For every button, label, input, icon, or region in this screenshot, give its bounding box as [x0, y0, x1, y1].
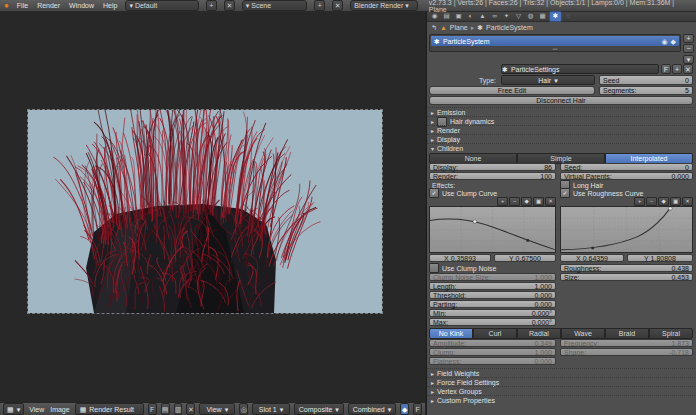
tab-object-icon[interactable]: ▲	[477, 12, 488, 21]
clipping-icon[interactable]: ▣	[670, 197, 681, 206]
selected-curve-point[interactable]	[473, 220, 477, 224]
tab-render-icon[interactable]: ◉	[429, 12, 440, 21]
clump-field[interactable]: Clump: 1.000	[429, 348, 556, 356]
zoom-in-icon[interactable]: +	[497, 197, 508, 206]
tab-texture-icon[interactable]: ▦	[537, 12, 548, 21]
fake-user-button[interactable]: F	[661, 64, 671, 74]
add-scene-button[interactable]: +	[314, 0, 325, 11]
menu-image[interactable]: Image	[49, 406, 70, 413]
menu-render[interactable]: Render	[36, 2, 61, 9]
curve-point[interactable]	[526, 239, 529, 242]
frequency-field[interactable]: Frequency: 1.873	[560, 339, 693, 347]
tab-modifiers-icon[interactable]: ✦	[501, 12, 512, 21]
length-field[interactable]: Length: 1.000	[429, 282, 556, 290]
blender-logo-icon[interactable]: ●	[4, 2, 9, 10]
clump-curve-y-field[interactable]: Y 0.67500	[494, 254, 556, 262]
tools-icon[interactable]: ◆	[658, 197, 669, 206]
pin-icon[interactable]: ◎	[239, 403, 248, 415]
menu-window[interactable]: Window	[68, 2, 95, 9]
kink-tab-wave[interactable]: Wave	[561, 328, 605, 339]
roughness-curve-widget[interactable]	[560, 206, 693, 253]
tab-material-icon[interactable]: ◍	[525, 12, 536, 21]
tab-world-icon[interactable]: ◐	[465, 12, 476, 21]
list-resize-grip[interactable]: ▬	[430, 46, 680, 51]
use-clump-noise-checkbox-row[interactable]: Use Clump Noise	[429, 264, 556, 272]
render-pass-selector[interactable]: Combined ▾	[348, 403, 396, 415]
unlink-settings-button[interactable]: ✕	[683, 64, 693, 74]
zoom-in-icon[interactable]: +	[634, 197, 645, 206]
scene-selector[interactable]: ▾ Scene	[242, 0, 308, 11]
tab-render-layers-icon[interactable]: ▤	[441, 12, 452, 21]
kink-tab-no-kink[interactable]: No Kink	[429, 328, 473, 339]
new-image-button[interactable]: ▤	[161, 403, 170, 415]
use-clump-noise-checkbox[interactable]	[429, 263, 439, 273]
flatness-field[interactable]: Flatness: 0.000	[429, 357, 556, 365]
tab-particles-icon[interactable]: ✱	[549, 11, 562, 22]
tab-data-icon[interactable]: ▽	[513, 12, 524, 21]
clump-curve-widget[interactable]	[429, 206, 556, 253]
menu-file[interactable]: File	[16, 2, 29, 9]
editor-mode-selector[interactable]: View ▾	[199, 403, 235, 415]
roughness-curve-y-field[interactable]: Y 1.80808	[627, 254, 693, 262]
color-management-toggle[interactable]: ◆	[400, 403, 409, 415]
parting-max-field[interactable]: Max: 0.000°	[429, 318, 556, 326]
amplitude-field[interactable]: Amplitude: 0.349	[429, 339, 556, 347]
threshold-field[interactable]: Threshold: 0.000	[429, 291, 556, 299]
children-seed-field[interactable]: Seed: 0	[560, 163, 693, 171]
delete-layout-button[interactable]: ✕	[224, 0, 235, 11]
particle-system-list[interactable]: ✱ ParticleSystem ◉ ◆ ▬	[429, 34, 681, 52]
add-layout-button[interactable]: +	[206, 0, 217, 11]
kink-tab-braid[interactable]: Braid	[605, 328, 649, 339]
tools-icon[interactable]: ◆	[521, 197, 532, 206]
delete-scene-button[interactable]: ✕	[332, 0, 343, 11]
delete-point-icon[interactable]: ✕	[545, 197, 556, 206]
seed-field[interactable]: Seed 0	[599, 75, 693, 85]
parting-min-field[interactable]: Min: 0.000°	[429, 309, 556, 317]
free-edit-button[interactable]: Free Edit	[429, 86, 595, 95]
specials-menu-button[interactable]: ▾	[683, 55, 694, 64]
menu-help[interactable]: Help	[102, 2, 118, 9]
render-layer-selector[interactable]: Composite ▾	[294, 403, 344, 415]
use-roughness-curve-checkbox[interactable]: ✓	[560, 188, 570, 198]
selected-curve-point[interactable]	[668, 207, 672, 210]
tab-physics-icon[interactable]: ◌	[563, 12, 574, 21]
virtual-parents-field[interactable]: Virtual Parents: 0.000	[560, 172, 693, 180]
use-clump-curve-checkbox-row[interactable]: ✓ Use Clump Curve	[429, 189, 556, 197]
long-hair-checkbox-row[interactable]: Long Hair	[560, 181, 693, 189]
type-dropdown[interactable]: Hair ▾	[501, 75, 595, 85]
delete-point-icon[interactable]: ✕	[682, 197, 693, 206]
disconnect-hair-button[interactable]: Disconnect Hair	[429, 96, 693, 105]
open-image-button[interactable]: ▥	[174, 403, 183, 415]
panel-custom-properties[interactable]: ▸Custom Properties	[427, 395, 696, 405]
editor-type-selector[interactable]: ▦ ▾	[3, 403, 24, 415]
children-render-field[interactable]: Render: 100	[429, 172, 556, 180]
use-roughness-curve-checkbox-row[interactable]: ✓ Use Roughness Curve	[560, 189, 693, 197]
size-field[interactable]: Size: 0.453	[560, 273, 693, 281]
screen-layout-selector[interactable]: ▾ Default	[125, 0, 199, 11]
fake-user-button[interactable]: F	[148, 403, 157, 415]
segments-field[interactable]: Segments: 5	[599, 86, 693, 95]
children-display-field[interactable]: Display: 86	[429, 163, 556, 171]
remove-particle-system-button[interactable]: −	[683, 44, 694, 53]
panel-children[interactable]: ▾Children	[427, 143, 696, 153]
kink-tab-spiral[interactable]: Spiral	[649, 328, 693, 339]
clump-curve-x-field[interactable]: X 0.35893	[429, 254, 491, 262]
roughness-curve-x-field[interactable]: X 0.64359	[560, 254, 624, 262]
clump-noise-size-field[interactable]: Clump Noise Size: 1.000	[429, 273, 556, 281]
unlink-image-button[interactable]: ✕	[186, 403, 195, 415]
menu-view[interactable]: View	[28, 406, 45, 413]
shape-field[interactable]: Shape: -0.718	[560, 348, 693, 356]
new-settings-button[interactable]: +	[672, 64, 682, 74]
image-datablock-selector[interactable]: ▦ Render Result	[75, 403, 144, 415]
roughness-field[interactable]: Roughness: 0.438	[560, 264, 693, 272]
zoom-out-icon[interactable]: −	[646, 197, 657, 206]
use-clump-curve-checkbox[interactable]: ✓	[429, 188, 439, 198]
settings-datablock-selector[interactable]: ✱ ParticleSettings	[501, 64, 659, 74]
eye-icon[interactable]: ◉	[662, 38, 668, 45]
tab-scene-icon[interactable]: ▣	[453, 12, 464, 21]
parting-field[interactable]: Parting: 0.000	[429, 300, 556, 308]
tab-constraints-icon[interactable]: ∞	[489, 12, 500, 21]
add-particle-system-button[interactable]: +	[683, 34, 694, 43]
kink-tab-curl[interactable]: Curl	[473, 328, 517, 339]
kink-tab-radial[interactable]: Radial	[517, 328, 561, 339]
